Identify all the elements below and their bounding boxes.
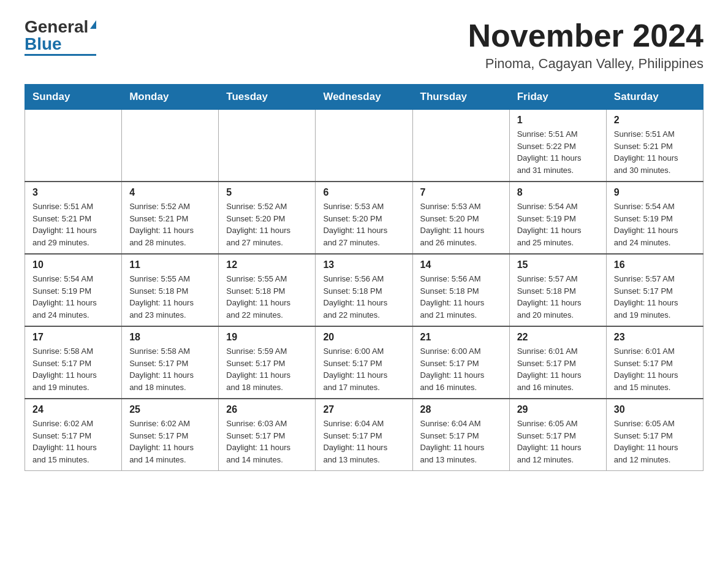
calendar-day-cell: 3Sunrise: 5:51 AM Sunset: 5:21 PM Daylig… xyxy=(25,182,122,254)
calendar-day-cell: 17Sunrise: 5:58 AM Sunset: 5:17 PM Dayli… xyxy=(25,326,122,399)
day-info: Sunrise: 5:52 AM Sunset: 5:20 PM Dayligh… xyxy=(226,201,308,248)
day-info: Sunrise: 6:02 AM Sunset: 5:17 PM Dayligh… xyxy=(32,418,114,465)
day-info: Sunrise: 5:56 AM Sunset: 5:18 PM Dayligh… xyxy=(420,273,502,321)
calendar-day-cell: 23Sunrise: 6:01 AM Sunset: 5:17 PM Dayli… xyxy=(606,326,703,399)
calendar-day-cell: 24Sunrise: 6:02 AM Sunset: 5:17 PM Dayli… xyxy=(25,399,122,471)
weekday-header-thursday: Thursday xyxy=(412,85,509,110)
title-area: November 2024 Pinoma, Cagayan Valley, Ph… xyxy=(468,18,703,72)
day-number: 19 xyxy=(226,332,308,343)
calendar-day-cell: 13Sunrise: 5:56 AM Sunset: 5:18 PM Dayli… xyxy=(316,254,412,326)
calendar-day-cell xyxy=(412,110,509,182)
calendar-table: SundayMondayTuesdayWednesdayThursdayFrid… xyxy=(25,84,703,471)
location-title: Pinoma, Cagayan Valley, Philippines xyxy=(468,56,703,72)
day-info: Sunrise: 5:57 AM Sunset: 5:18 PM Dayligh… xyxy=(517,273,599,321)
day-number: 30 xyxy=(614,404,696,415)
calendar-day-cell: 30Sunrise: 6:05 AM Sunset: 5:17 PM Dayli… xyxy=(606,399,703,471)
logo-underline xyxy=(25,54,96,56)
day-info: Sunrise: 6:05 AM Sunset: 5:17 PM Dayligh… xyxy=(614,418,696,465)
day-number: 20 xyxy=(323,332,404,343)
calendar-day-cell: 15Sunrise: 5:57 AM Sunset: 5:18 PM Dayli… xyxy=(509,254,606,326)
day-number: 26 xyxy=(226,404,308,415)
day-info: Sunrise: 6:00 AM Sunset: 5:17 PM Dayligh… xyxy=(323,345,404,393)
day-info: Sunrise: 5:54 AM Sunset: 5:19 PM Dayligh… xyxy=(32,273,114,321)
day-info: Sunrise: 5:53 AM Sunset: 5:20 PM Dayligh… xyxy=(420,201,502,248)
day-number: 3 xyxy=(32,187,114,198)
day-number: 9 xyxy=(614,187,696,198)
day-number: 13 xyxy=(323,259,404,270)
logo: General Blue xyxy=(25,18,96,56)
day-info: Sunrise: 5:56 AM Sunset: 5:18 PM Dayligh… xyxy=(323,273,404,321)
calendar-day-cell: 19Sunrise: 5:59 AM Sunset: 5:17 PM Dayli… xyxy=(219,326,316,399)
day-info: Sunrise: 6:03 AM Sunset: 5:17 PM Dayligh… xyxy=(226,418,308,465)
day-info: Sunrise: 5:51 AM Sunset: 5:22 PM Dayligh… xyxy=(517,128,599,176)
calendar-day-cell: 6Sunrise: 5:53 AM Sunset: 5:20 PM Daylig… xyxy=(316,182,412,254)
calendar-day-cell: 28Sunrise: 6:04 AM Sunset: 5:17 PM Dayli… xyxy=(412,399,509,471)
day-info: Sunrise: 6:02 AM Sunset: 5:17 PM Dayligh… xyxy=(129,418,211,465)
day-number: 27 xyxy=(323,404,404,415)
day-number: 4 xyxy=(129,187,211,198)
day-number: 25 xyxy=(129,404,211,415)
calendar-day-cell xyxy=(219,110,316,182)
day-number: 7 xyxy=(420,187,502,198)
calendar-day-cell: 4Sunrise: 5:52 AM Sunset: 5:21 PM Daylig… xyxy=(122,182,219,254)
day-info: Sunrise: 6:05 AM Sunset: 5:17 PM Dayligh… xyxy=(517,418,599,465)
weekday-header-friday: Friday xyxy=(509,85,606,110)
day-number: 23 xyxy=(614,332,696,343)
day-number: 11 xyxy=(129,259,211,270)
day-info: Sunrise: 5:55 AM Sunset: 5:18 PM Dayligh… xyxy=(129,273,211,321)
day-number: 18 xyxy=(129,332,211,343)
day-number: 17 xyxy=(32,332,114,343)
logo-triangle-icon xyxy=(90,20,96,29)
calendar-day-cell xyxy=(122,110,219,182)
day-info: Sunrise: 5:57 AM Sunset: 5:17 PM Dayligh… xyxy=(614,273,696,321)
day-info: Sunrise: 6:04 AM Sunset: 5:17 PM Dayligh… xyxy=(323,418,404,465)
calendar-day-cell: 27Sunrise: 6:04 AM Sunset: 5:17 PM Dayli… xyxy=(316,399,412,471)
day-number: 12 xyxy=(226,259,308,270)
page-header: General Blue November 2024 Pinoma, Cagay… xyxy=(25,18,703,72)
calendar-day-cell: 26Sunrise: 6:03 AM Sunset: 5:17 PM Dayli… xyxy=(219,399,316,471)
day-info: Sunrise: 6:01 AM Sunset: 5:17 PM Dayligh… xyxy=(614,345,696,393)
calendar-week-row: 10Sunrise: 5:54 AM Sunset: 5:19 PM Dayli… xyxy=(25,254,703,326)
day-info: Sunrise: 6:04 AM Sunset: 5:17 PM Dayligh… xyxy=(420,418,502,465)
calendar-day-cell: 10Sunrise: 5:54 AM Sunset: 5:19 PM Dayli… xyxy=(25,254,122,326)
day-number: 29 xyxy=(517,404,599,415)
day-number: 15 xyxy=(517,259,599,270)
calendar-day-cell: 7Sunrise: 5:53 AM Sunset: 5:20 PM Daylig… xyxy=(412,182,509,254)
day-number: 10 xyxy=(32,259,114,270)
day-number: 2 xyxy=(614,115,696,126)
day-info: Sunrise: 5:51 AM Sunset: 5:21 PM Dayligh… xyxy=(32,201,114,248)
day-info: Sunrise: 5:59 AM Sunset: 5:17 PM Dayligh… xyxy=(226,345,308,393)
day-info: Sunrise: 5:55 AM Sunset: 5:18 PM Dayligh… xyxy=(226,273,308,321)
weekday-header-tuesday: Tuesday xyxy=(219,85,316,110)
day-info: Sunrise: 6:01 AM Sunset: 5:17 PM Dayligh… xyxy=(517,345,599,393)
day-number: 1 xyxy=(517,115,599,126)
calendar-week-row: 3Sunrise: 5:51 AM Sunset: 5:21 PM Daylig… xyxy=(25,182,703,254)
calendar-day-cell: 18Sunrise: 5:58 AM Sunset: 5:17 PM Dayli… xyxy=(122,326,219,399)
calendar-day-cell: 9Sunrise: 5:54 AM Sunset: 5:19 PM Daylig… xyxy=(606,182,703,254)
calendar-day-cell xyxy=(25,110,122,182)
logo-blue-text: Blue xyxy=(25,36,62,53)
day-number: 16 xyxy=(614,259,696,270)
day-number: 21 xyxy=(420,332,502,343)
calendar-day-cell: 2Sunrise: 5:51 AM Sunset: 5:21 PM Daylig… xyxy=(606,110,703,182)
calendar-week-row: 1Sunrise: 5:51 AM Sunset: 5:22 PM Daylig… xyxy=(25,110,703,182)
calendar-day-cell: 20Sunrise: 6:00 AM Sunset: 5:17 PM Dayli… xyxy=(316,326,412,399)
day-info: Sunrise: 6:00 AM Sunset: 5:17 PM Dayligh… xyxy=(420,345,502,393)
calendar-day-cell: 16Sunrise: 5:57 AM Sunset: 5:17 PM Dayli… xyxy=(606,254,703,326)
day-number: 28 xyxy=(420,404,502,415)
weekday-header-monday: Monday xyxy=(122,85,219,110)
calendar-week-row: 17Sunrise: 5:58 AM Sunset: 5:17 PM Dayli… xyxy=(25,326,703,399)
day-number: 8 xyxy=(517,187,599,198)
month-title: November 2024 xyxy=(468,18,703,53)
calendar-day-cell: 21Sunrise: 6:00 AM Sunset: 5:17 PM Dayli… xyxy=(412,326,509,399)
weekday-header-wednesday: Wednesday xyxy=(316,85,412,110)
day-number: 22 xyxy=(517,332,599,343)
calendar-day-cell: 22Sunrise: 6:01 AM Sunset: 5:17 PM Dayli… xyxy=(509,326,606,399)
weekday-header-saturday: Saturday xyxy=(606,85,703,110)
calendar-week-row: 24Sunrise: 6:02 AM Sunset: 5:17 PM Dayli… xyxy=(25,399,703,471)
calendar-day-cell xyxy=(316,110,412,182)
calendar-day-cell: 1Sunrise: 5:51 AM Sunset: 5:22 PM Daylig… xyxy=(509,110,606,182)
day-number: 6 xyxy=(323,187,404,198)
day-info: Sunrise: 5:54 AM Sunset: 5:19 PM Dayligh… xyxy=(517,201,599,248)
calendar-day-cell: 11Sunrise: 5:55 AM Sunset: 5:18 PM Dayli… xyxy=(122,254,219,326)
